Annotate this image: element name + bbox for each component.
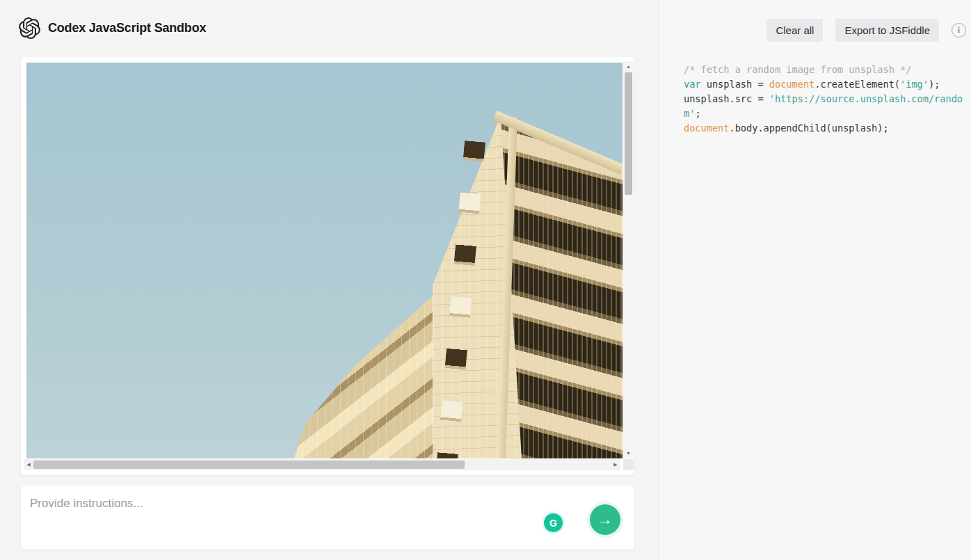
code-panel: Clear all Export to JSFiddle i /* fetch … — [658, 0, 971, 560]
instructions-card: G → — [21, 486, 634, 550]
scrollbar-corner — [623, 459, 634, 470]
grammarly-icon[interactable]: G — [544, 513, 563, 532]
right-arrow-icon: → — [597, 512, 613, 527]
code-line: m'; — [684, 106, 969, 121]
preview-card: ▲ ▼ ◀ ▶ — [21, 57, 634, 475]
export-jsfiddle-button[interactable]: Export to JSFiddle — [835, 19, 939, 42]
horizontal-scroll-thumb[interactable] — [33, 461, 465, 469]
openai-logo-icon — [19, 17, 40, 39]
code-line: var unsplash = document.createElement('i… — [684, 77, 969, 92]
toolbar: Clear all Export to JSFiddle i — [767, 19, 966, 42]
submit-button[interactable]: → — [590, 504, 620, 535]
scroll-right-icon[interactable]: ▶ — [612, 462, 619, 467]
scroll-left-icon[interactable]: ◀ — [25, 462, 32, 467]
code-line: unsplash.src = 'https://source.unsplash.… — [684, 92, 969, 106]
code-line: /* fetch a random image from unsplash */ — [684, 63, 969, 77]
vertical-scrollbar[interactable]: ▲ ▼ — [623, 61, 634, 458]
scroll-up-icon[interactable]: ▲ — [623, 64, 634, 69]
building-balconies — [26, 63, 623, 458]
scroll-down-icon[interactable]: ▼ — [623, 451, 634, 456]
vertical-scroll-thumb[interactable] — [625, 72, 632, 195]
info-icon[interactable]: i — [952, 23, 966, 38]
code-block[interactable]: /* fetch a random image from unsplash */… — [684, 63, 969, 136]
instructions-input[interactable] — [30, 497, 503, 540]
page-title: Codex JavaScript Sandbox — [48, 21, 206, 35]
app-header: Codex JavaScript Sandbox — [19, 17, 206, 39]
code-line: document.body.appendChild(unsplash); — [684, 121, 969, 136]
horizontal-scrollbar[interactable]: ◀ ▶ — [24, 459, 620, 470]
preview-image — [26, 63, 623, 458]
clear-all-button[interactable]: Clear all — [767, 19, 823, 42]
